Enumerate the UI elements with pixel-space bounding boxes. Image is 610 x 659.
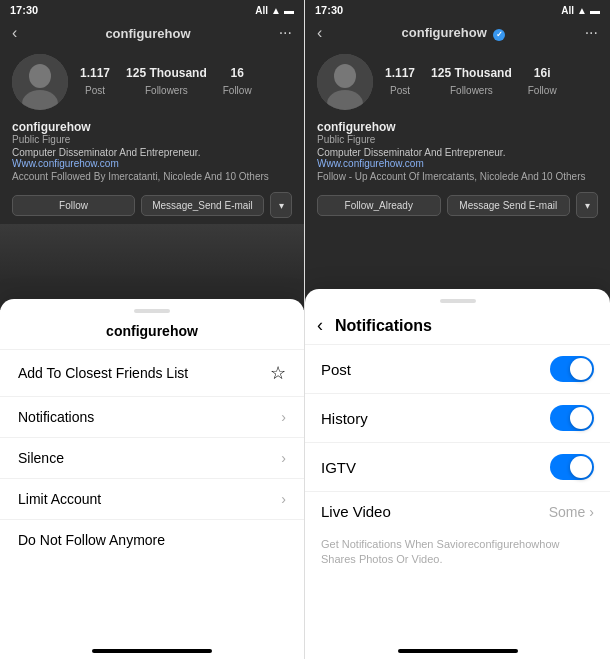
left-profile-website[interactable]: Www.configurehow.com — [12, 158, 292, 169]
right-toggle-history: History — [305, 393, 610, 442]
live-video-chevron-icon: › — [589, 504, 594, 520]
left-bottom-sheet: configurehow Add To Closest Friends List… — [0, 299, 304, 659]
right-time: 17:30 — [315, 4, 343, 16]
right-stat-posts: 1.117 Post — [385, 66, 415, 98]
left-notifications-label: Notifications — [18, 409, 94, 425]
notifications-chevron-icon: › — [281, 409, 286, 425]
left-unfollow-label: Do Not Follow Anymore — [18, 532, 165, 548]
verified-badge: ✓ — [493, 29, 505, 41]
left-action-bar: Follow Message_Send E-mail ▾ — [0, 186, 304, 224]
wifi-icon: ▲ — [271, 5, 281, 16]
right-profile-name: configurehow — [317, 120, 598, 134]
left-sheet-item-friends[interactable]: Add To Closest Friends List ☆ — [0, 349, 304, 396]
left-stat-followers: 125 Thousand Followers — [126, 66, 207, 98]
right-home-indicator — [398, 649, 518, 653]
right-avatar — [317, 54, 373, 110]
left-sheet-handle — [134, 309, 170, 313]
right-battery-icon: ▬ — [590, 5, 600, 16]
left-dropdown-button[interactable]: ▾ — [270, 192, 292, 218]
left-sheet-item-unfollow[interactable]: Do Not Follow Anymore — [0, 519, 304, 560]
right-panel: 17:30 All ▲ ▬ ‹ configurehow ✓ ··· — [305, 0, 610, 659]
right-profile-info: configurehow Public Figure Computer Diss… — [305, 116, 610, 186]
history-toggle[interactable] — [550, 405, 594, 431]
left-ig-header: ‹ configurehow ··· — [0, 20, 304, 48]
left-status-icons: All ▲ ▬ — [255, 5, 294, 16]
right-profile-bio: Computer Disseminator And Entrepreneur. — [317, 147, 598, 158]
right-wifi-icon: ▲ — [577, 5, 587, 16]
left-stat-posts: 1.117 Post — [80, 66, 110, 98]
right-signal: All — [561, 5, 574, 16]
left-profile-mutual: Account Followed By Imercatanti, Nicoled… — [12, 171, 292, 182]
left-stats-row: 1.117 Post 125 Thousand Followers 16 Fol… — [80, 66, 252, 98]
right-igtv-label: IGTV — [321, 459, 356, 476]
igtv-toggle[interactable] — [550, 454, 594, 480]
left-stat-following: 16 Follow — [223, 66, 252, 98]
right-ig-header: ‹ configurehow ✓ ··· — [305, 20, 610, 48]
live-video-some-text: Some — [549, 504, 586, 520]
left-signal: All — [255, 5, 268, 16]
left-bg: 17:30 All ▲ ▬ ‹ configurehow ··· — [0, 0, 304, 310]
left-message-button[interactable]: Message_Send E-mail — [141, 195, 264, 216]
battery-icon: ▬ — [284, 5, 294, 16]
right-profile-type: Public Figure — [317, 134, 598, 145]
left-limit-right: › — [281, 491, 286, 507]
left-grid-preview — [0, 224, 304, 284]
right-sheet-handle — [440, 299, 476, 303]
right-stats-row: 1.117 Post 125 Thousand Followers 16i Fo… — [385, 66, 557, 98]
right-sheet-title: Notifications — [335, 317, 432, 335]
left-more-icon[interactable]: ··· — [279, 24, 292, 42]
right-ig-title: configurehow ✓ — [402, 25, 506, 41]
right-bg: 17:30 All ▲ ▬ ‹ configurehow ✓ ··· — [305, 0, 610, 310]
left-profile-type: Public Figure — [12, 134, 292, 145]
left-avatar — [12, 54, 68, 110]
right-bottom-sheet: ‹ Notifications Post History IGTV Live V… — [305, 289, 610, 659]
right-stat-following: 16i Follow — [528, 66, 557, 98]
left-home-indicator-container — [0, 641, 304, 653]
left-back-icon[interactable]: ‹ — [12, 24, 17, 42]
left-friends-label: Add To Closest Friends List — [18, 365, 188, 381]
left-status-bar: 17:30 All ▲ ▬ — [0, 0, 304, 20]
silence-chevron-icon: › — [281, 450, 286, 466]
right-sheet-header: ‹ Notifications — [305, 313, 610, 344]
left-time: 17:30 — [10, 4, 38, 16]
left-silence-label: Silence — [18, 450, 64, 466]
left-profile-bio: Computer Disseminator And Entrepreneur. — [12, 147, 292, 158]
right-profile-area: 1.117 Post 125 Thousand Followers 16i Fo… — [305, 48, 610, 116]
right-post-label: Post — [321, 361, 351, 378]
right-live-video-row[interactable]: Live Video Some › — [305, 491, 610, 531]
left-panel: 17:30 All ▲ ▬ ‹ configurehow ··· — [0, 0, 305, 659]
right-toggle-post: Post — [305, 344, 610, 393]
left-sheet-item-notifications[interactable]: Notifications › — [0, 396, 304, 437]
right-status-icons: All ▲ ▬ — [561, 5, 600, 16]
limit-chevron-icon: › — [281, 491, 286, 507]
left-sheet-item-silence[interactable]: Silence › — [0, 437, 304, 478]
right-follow-button[interactable]: Follow_Already — [317, 195, 441, 216]
right-status-bar: 17:30 All ▲ ▬ — [305, 0, 610, 20]
right-more-icon[interactable]: ··· — [585, 24, 598, 42]
right-live-video-label: Live Video — [321, 503, 391, 520]
right-profile-website[interactable]: Www.configurehow.com — [317, 158, 598, 169]
right-toggle-igtv: IGTV — [305, 442, 610, 491]
left-sheet-item-limit[interactable]: Limit Account › — [0, 478, 304, 519]
right-notification-desc: Get Notifications When Savioreconfigureh… — [305, 531, 610, 574]
right-back-button[interactable]: ‹ — [317, 315, 323, 336]
left-limit-label: Limit Account — [18, 491, 101, 507]
right-action-bar: Follow_Already Message Send E-mail ▾ — [305, 186, 610, 224]
star-icon: ☆ — [270, 362, 286, 384]
left-follow-button[interactable]: Follow — [12, 195, 135, 216]
right-history-label: History — [321, 410, 368, 427]
left-home-indicator — [92, 649, 212, 653]
left-friends-right: ☆ — [270, 362, 286, 384]
right-dropdown-button[interactable]: ▾ — [576, 192, 598, 218]
right-message-button[interactable]: Message Send E-mail — [447, 195, 571, 216]
post-toggle[interactable] — [550, 356, 594, 382]
live-video-right: Some › — [549, 504, 594, 520]
svg-point-1 — [29, 64, 51, 88]
left-silence-right: › — [281, 450, 286, 466]
left-notifications-right: › — [281, 409, 286, 425]
left-profile-name: configurehow — [12, 120, 292, 134]
left-profile-info: configurehow Public Figure Computer Diss… — [0, 116, 304, 186]
right-back-icon[interactable]: ‹ — [317, 24, 322, 42]
left-ig-title: configurehow — [105, 26, 190, 41]
left-sheet-title: configurehow — [0, 323, 304, 339]
